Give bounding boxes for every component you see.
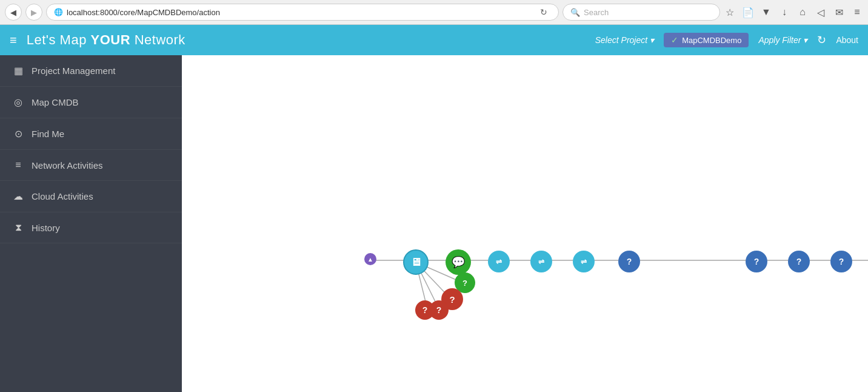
sidebar-item-cloud-activities[interactable]: ☁ Cloud Activities (0, 181, 182, 212)
browser-chrome: ◀ ▶ 🌐 localhost:8000/core/MapCMDBDemo/ac… (0, 0, 868, 25)
bookmark-icon[interactable]: ☆ (724, 7, 736, 18)
search-bar[interactable]: 🔍 Search (563, 4, 720, 21)
network-activities-icon: ≡ (12, 160, 24, 171)
blue-question-node-1[interactable]: ? (618, 251, 640, 272)
filter-chevron-icon: ▾ (803, 35, 807, 45)
sidebar-item-network-activities[interactable]: ≡ Network Activities (0, 150, 182, 181)
chat-icon: 💬 (452, 255, 465, 269)
search-placeholder-text: Search (584, 8, 609, 17)
sidebar-label-find-me: Find Me (32, 129, 64, 139)
blue-question-node-2[interactable]: ? (746, 251, 767, 272)
apply-filter-label: Apply Filter (758, 35, 801, 45)
browser-toolbar: ◀ ▶ 🌐 localhost:8000/core/MapCMDBDemo/ac… (0, 0, 868, 24)
history-icon: ⧗ (12, 222, 24, 233)
green-chat-node[interactable]: 💬 (446, 249, 471, 275)
menu-icon[interactable]: ≡ (851, 7, 863, 18)
app-title: Let's Map YOUR Network (27, 32, 185, 48)
sidebar-item-map-cmdb[interactable]: ◎ Map CMDB (0, 87, 182, 118)
sidebar-label-network-activities: Network Activities (32, 160, 103, 171)
project-management-icon: ▦ (12, 65, 24, 76)
sub-node-red-question-3[interactable]: ? (415, 300, 435, 320)
arrow-icon-2: ⇌ (538, 257, 544, 266)
apply-filter-button[interactable]: Apply Filter ▾ (758, 35, 807, 45)
map-cmdb-icon: ◎ (12, 96, 24, 108)
sidebar-label-history: History (32, 223, 60, 233)
pocket-icon[interactable]: ▼ (760, 7, 772, 18)
download-icon[interactable]: ↓ (778, 7, 790, 18)
select-project-button[interactable]: Select Project ▾ (595, 35, 654, 45)
top-nav-left: ≡ Let's Map YOUR Network (10, 32, 185, 48)
sidebar-item-find-me[interactable]: ⊙ Find Me (0, 118, 182, 150)
back2-icon[interactable]: ◁ (815, 7, 827, 18)
reload-button[interactable]: ↻ (536, 5, 551, 19)
app-title-suffix: Network (130, 32, 185, 47)
blue-question-node-4[interactable]: ? (830, 251, 852, 272)
main-content: ▦ Project Management ◎ Map CMDB ⊙ Find M… (0, 55, 868, 392)
start-node[interactable]: ▲ (364, 253, 376, 265)
arrow-icon-3: ⇌ (581, 257, 587, 266)
reader-icon[interactable]: 📄 (742, 7, 754, 18)
sidebar: ▦ Project Management ◎ Map CMDB ⊙ Find M… (0, 55, 182, 392)
sidebar-item-history[interactable]: ⧗ History (0, 212, 182, 243)
arrow-icon-1: ⇌ (496, 257, 502, 266)
chevron-down-icon: ▾ (650, 35, 654, 45)
browser-icons: ☆ 📄 ▼ ↓ ⌂ ◁ ✉ ≡ (724, 7, 863, 18)
home-icon[interactable]: ⌂ (796, 7, 809, 18)
start-icon: ▲ (367, 256, 373, 263)
refresh-button[interactable]: ↻ (817, 33, 826, 47)
forward-button[interactable]: ▶ (25, 4, 42, 21)
app-title-prefix: Let's Map (27, 32, 91, 47)
project-badge[interactable]: ✓ MapCMDBDemo (664, 33, 749, 47)
message-icon[interactable]: ✉ (833, 7, 845, 18)
top-nav: ≡ Let's Map YOUR Network Select Project … (0, 25, 868, 55)
app-title-bold: YOUR (90, 32, 130, 47)
url-text: localhost:8000/core/MapCMDBDemo/action (67, 8, 533, 17)
about-button[interactable]: About (836, 35, 858, 45)
project-name: MapCMDBDemo (682, 36, 741, 45)
network-svg (182, 55, 868, 392)
sidebar-item-project-management[interactable]: ▦ Project Management (0, 55, 182, 87)
search-icon: 🔍 (570, 8, 580, 17)
top-nav-right: Select Project ▾ ✓ MapCMDBDemo Apply Fil… (595, 33, 858, 47)
canvas-area: ▲ 🖥 💬 ⇌ ⇌ ⇌ ? ? ? ? (182, 55, 868, 392)
url-bar[interactable]: 🌐 localhost:8000/core/MapCMDBDemo/action… (46, 4, 559, 21)
cloud-activities-icon: ☁ (12, 191, 24, 202)
sidebar-label-cloud-activities: Cloud Activities (32, 191, 93, 201)
sidebar-label-map-cmdb: Map CMDB (32, 97, 79, 107)
blue-question-node-3[interactable]: ? (788, 251, 810, 272)
url-globe-icon: 🌐 (54, 8, 63, 16)
cyan-node-1[interactable]: ⇌ (488, 251, 510, 272)
back-button[interactable]: ◀ (5, 4, 22, 21)
select-project-label: Select Project (595, 35, 647, 45)
monitor-node[interactable]: 🖥 (403, 249, 429, 275)
monitor-icon: 🖥 (410, 256, 421, 269)
checkmark-icon: ✓ (671, 35, 678, 45)
cyan-node-2[interactable]: ⇌ (530, 251, 552, 272)
find-me-icon: ⊙ (12, 128, 24, 140)
sidebar-label-project-management: Project Management (32, 66, 115, 76)
app-container: ≡ Let's Map YOUR Network Select Project … (0, 25, 868, 392)
cyan-node-3[interactable]: ⇌ (573, 251, 595, 272)
hamburger-button[interactable]: ≡ (10, 33, 17, 47)
